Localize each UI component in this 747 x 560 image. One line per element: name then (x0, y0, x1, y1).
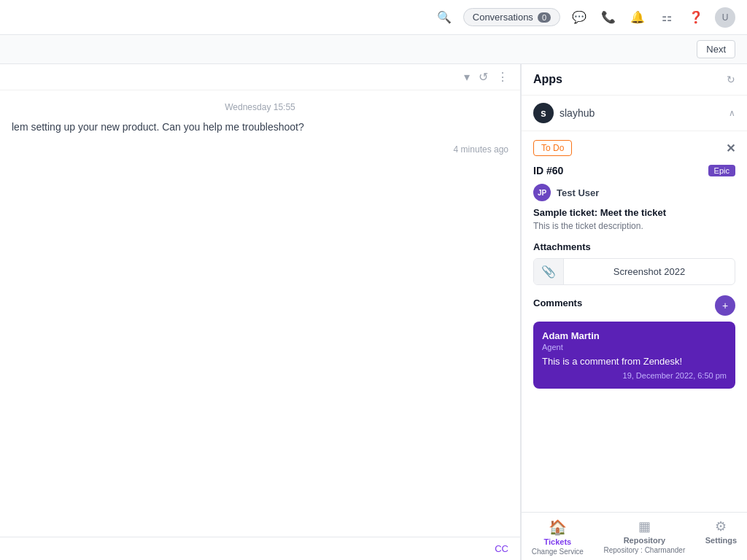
ticket-id: ID #60 (533, 165, 563, 176)
bell-icon[interactable]: 🔔 (627, 7, 648, 28)
comment-role: Agent (542, 343, 727, 351)
second-bar: Next (0, 35, 747, 64)
chat-messages: Wednesday 15:55 lem setting up your new … (0, 90, 520, 537)
more-options-icon[interactable]: ⋮ (497, 70, 508, 84)
message-row: lem setting up your new product. Can you… (12, 121, 508, 133)
tickets-icon: 🏠 (549, 518, 567, 536)
search-icon[interactable]: 🔍 (434, 7, 454, 28)
chat-area: ▾ ↺ ⋮ Wednesday 15:55 lem setting up you… (0, 64, 521, 560)
refresh-icon[interactable]: ↻ (727, 74, 735, 85)
repository-sublabel: Repository : Charmander (604, 546, 686, 554)
comment-card: Adam Martin Agent This is a comment from… (533, 322, 735, 389)
ticket-user-row: JP Test User (533, 184, 735, 201)
top-nav: 🔍 Conversations 0 💬 📞 🔔 ⚏ ❓ U (0, 0, 747, 35)
history-icon[interactable]: ↺ (479, 70, 488, 84)
settings-label: Settings (705, 536, 737, 545)
add-comment-button[interactable]: + (715, 295, 735, 316)
chevron-up-icon[interactable]: ∧ (729, 108, 735, 118)
slayhub-section: s slayhub ∧ To Do ✕ ID #60 Epic JP (522, 96, 747, 512)
apps-panel: Apps ↻ s slayhub ∧ To Do ✕ ID #60 (521, 64, 747, 560)
settings-sublabel (720, 546, 722, 554)
apps-title: Apps (533, 73, 562, 86)
attachments-label: Attachments (533, 241, 735, 252)
ticket-id-row: ID #60 Epic (533, 165, 735, 176)
slayhub-icon: s (533, 103, 554, 123)
comments-label: Comments (533, 298, 582, 308)
conversations-label: Conversations (473, 12, 533, 23)
ticket-title: Sample ticket: Meet the ticket (533, 207, 735, 218)
main-layout: ▾ ↺ ⋮ Wednesday 15:55 lem setting up you… (0, 64, 747, 560)
ticket-description: This is the ticket description. (533, 221, 735, 231)
attachment-icon: 📎 (534, 259, 564, 284)
attachment-item[interactable]: 📎 Screenshot 2022 (533, 258, 735, 285)
apps-tabs: 🏠 Tickets Change Service ▦ Repository Re… (522, 512, 747, 560)
help-icon[interactable]: ❓ (686, 7, 706, 28)
timestamp-recent: 4 minutes ago (12, 144, 508, 155)
tickets-label: Tickets (544, 537, 572, 546)
ticket-card: To Do ✕ ID #60 Epic JP Test User Sample … (522, 131, 747, 397)
tab-repository[interactable]: ▦ Repository Repository : Charmander (604, 518, 686, 554)
message-text: lem setting up your new product. Can you… (12, 121, 304, 133)
slayhub-header: s slayhub ∧ (522, 96, 747, 131)
ticket-user-name: Test User (557, 187, 599, 198)
comment-author: Adam Martin (542, 330, 727, 341)
chat-icon[interactable]: 💬 (569, 7, 589, 28)
tickets-sublabel: Change Service (532, 548, 584, 556)
comment-date: 19, December 2022, 6:50 pm (542, 371, 727, 380)
ticket-status-row: To Do ✕ (533, 140, 735, 156)
conversations-badge: 0 (538, 12, 551, 23)
tab-settings[interactable]: ⚙ Settings (705, 518, 737, 554)
slayhub-left: s slayhub (533, 103, 595, 123)
conversations-button[interactable]: Conversations 0 (463, 8, 560, 26)
comments-header-row: Comments + (533, 295, 735, 316)
apps-header: Apps ↻ (522, 64, 747, 96)
chat-footer: CC (0, 537, 520, 560)
close-button[interactable]: ✕ (726, 141, 735, 155)
slayhub-name: slayhub (560, 107, 595, 119)
comment-text: This is a comment from Zendesk! (542, 356, 727, 367)
chat-toolbar: ▾ ↺ ⋮ (0, 64, 520, 90)
grid-icon[interactable]: ⚏ (657, 7, 677, 28)
attachment-filename: Screenshot 2022 (564, 260, 735, 283)
settings-icon: ⚙ (715, 518, 727, 534)
next-button[interactable]: Next (697, 40, 735, 58)
epic-badge: Epic (708, 165, 735, 176)
repository-icon: ▦ (638, 518, 651, 534)
cc-label[interactable]: CC (495, 543, 508, 554)
filter-icon[interactable]: ▾ (464, 70, 470, 84)
phone-icon[interactable]: 📞 (598, 7, 619, 28)
repository-label: Repository (624, 536, 665, 545)
tab-tickets[interactable]: 🏠 Tickets Change Service (532, 518, 584, 556)
timestamp-wednesday: Wednesday 15:55 (12, 102, 508, 112)
status-badge[interactable]: To Do (533, 140, 572, 156)
user-avatar-ticket: JP (533, 184, 551, 201)
user-avatar[interactable]: U (715, 7, 735, 28)
